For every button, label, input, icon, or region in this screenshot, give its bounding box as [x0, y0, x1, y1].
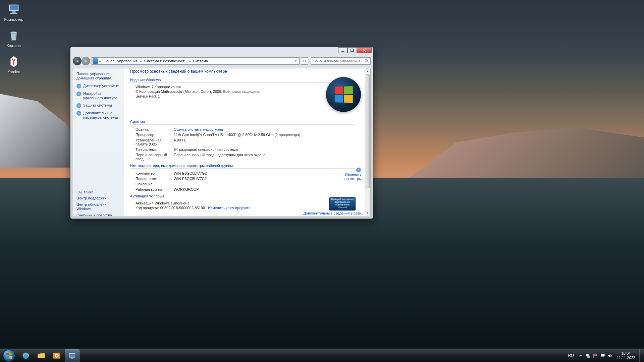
activation-status: Активация Windows выполнена	[130, 201, 355, 205]
change-product-key-link[interactable]: Изменить ключ продукта	[208, 206, 251, 210]
sidebar-link-advanced-settings[interactable]: Дополнительные параметры системы	[76, 111, 120, 120]
svg-rect-2	[12, 11, 16, 13]
svg-rect-13	[69, 353, 75, 357]
nav-back-button[interactable]: ◄	[73, 57, 82, 65]
refresh-button[interactable]: ↻	[301, 57, 308, 65]
svg-rect-16	[587, 356, 590, 358]
svg-point-7	[365, 59, 368, 62]
system-tray: RU 10:04 11.11.2022	[568, 349, 644, 362]
shield-icon	[76, 103, 81, 108]
change-settings-link[interactable]: Изменить параметры	[331, 172, 362, 181]
search-input[interactable]	[313, 59, 365, 63]
breadcrumb-item[interactable]: Система	[192, 59, 210, 63]
online-info-link[interactable]: Дополнительные сведения в сети...	[304, 211, 365, 215]
content-area: Просмотр основных сведений о вашем компь…	[124, 68, 370, 216]
svg-rect-3	[10, 13, 17, 14]
taskbar: RU 10:04 11.11.2022	[0, 349, 644, 362]
section-computer-name: Имя компьютера, имя домена и параметры р…	[130, 164, 355, 169]
section-edition: Издание Windows	[130, 78, 355, 83]
desktop-icon-computer[interactable]: Компьютер	[1, 1, 26, 26]
taskbar-item-media-player[interactable]	[49, 349, 64, 362]
genuine-microsoft-badge[interactable]: Выбирай настоящее программное обеспечени…	[329, 197, 356, 210]
svg-rect-6	[351, 49, 354, 52]
arrow-left-icon: ◄	[75, 59, 79, 63]
minimize-button[interactable]	[338, 47, 347, 53]
tray-up-icon[interactable]	[578, 353, 583, 358]
change-settings-link-box: Изменить параметры	[331, 168, 362, 181]
vertical-scrollbar[interactable]: ▲ ▼	[365, 68, 370, 216]
pen-touch-value: Перо и сенсорный ввод недоступны для это…	[174, 153, 355, 161]
breadcrumb-item[interactable]: Система и безопасность	[143, 59, 188, 63]
desktop-icon-yandex[interactable]: Yandex	[1, 54, 26, 78]
close-icon	[362, 49, 366, 52]
side-panel: Панель управления - домашняя страница Ди…	[73, 68, 124, 216]
see-also-perf-tools[interactable]: Счетчики и средства производительности	[76, 213, 120, 216]
system-rating-link[interactable]: Оценка системы недоступна	[174, 127, 355, 131]
full-name-value: WIN-E6GC5LIV7G2	[174, 177, 355, 181]
scroll-up-button[interactable]: ▲	[365, 68, 370, 74]
nav-forward-button[interactable]: ►	[82, 57, 90, 65]
tray-action-center-icon[interactable]	[600, 353, 605, 358]
titlebar[interactable]	[70, 47, 373, 56]
sidebar-link-system-protection[interactable]: Защита системы	[76, 103, 120, 108]
see-also-windows-update[interactable]: Центр обновления Windows	[76, 202, 120, 211]
language-indicator[interactable]: RU	[568, 353, 574, 358]
tray-flag-icon[interactable]	[593, 353, 598, 358]
taskbar-item-system[interactable]	[65, 349, 79, 362]
chevron-down-icon: ▼	[294, 60, 297, 63]
description-value	[174, 182, 355, 186]
start-orb-icon	[3, 350, 15, 362]
svg-rect-1	[10, 5, 18, 10]
scrollbar-thumb[interactable]	[366, 74, 370, 188]
show-desktop-button[interactable]	[639, 349, 643, 362]
close-button[interactable]	[357, 47, 372, 53]
breadcrumb-item[interactable]: Панель управления	[102, 59, 139, 63]
sidebar-link-remote-settings[interactable]: Настройка удаленного доступа	[76, 92, 120, 100]
tray-network-icon[interactable]	[585, 353, 591, 358]
shield-icon	[76, 84, 81, 88]
chevron-right-icon: ▸	[99, 59, 102, 63]
see-also-action-center[interactable]: Центр поддержки	[76, 196, 120, 200]
control-panel-icon	[93, 58, 98, 64]
control-panel-icon	[67, 351, 77, 360]
minimize-icon	[341, 49, 344, 52]
scroll-down-button[interactable]: ▼	[365, 210, 370, 216]
product-id-row: Код продукта: 00392-918-5000002-85190 Из…	[130, 206, 355, 210]
computer-name-value: WIN-E6GC5LIV7G2	[174, 171, 355, 175]
svg-rect-14	[71, 358, 73, 359]
see-also-header: См. также	[76, 190, 120, 194]
service-pack: Service Pack 1	[130, 94, 355, 98]
ram-value: 4,00 ГБ	[174, 138, 355, 146]
svg-point-9	[22, 352, 29, 359]
system-window: ◄ ► ▸ Панель управления ▸ Система и безо…	[70, 47, 373, 219]
media-player-icon	[52, 351, 61, 360]
recycle-bin-icon	[6, 28, 21, 43]
taskbar-clock[interactable]: 10:04 11.11.2022	[617, 351, 635, 360]
processor-value: 11th Gen Intel(R) Core(TM) i5-11400F @ 2…	[174, 133, 355, 137]
shield-icon	[76, 111, 81, 116]
folder-icon	[37, 351, 46, 360]
address-bar[interactable]: ▸ Панель управления ▸ Система и безопасн…	[92, 57, 300, 65]
svg-point-4	[11, 32, 17, 34]
section-system: Система	[130, 120, 355, 125]
chevron-right-icon: ▸	[139, 59, 143, 63]
section-activation: Активация Windows	[130, 194, 355, 199]
copyright: © Корпорация Майкрософт (Microsoft Corp.…	[130, 89, 355, 94]
sidebar-link-device-manager[interactable]: Диспетчер устройств	[76, 84, 120, 88]
chevron-right-icon: ▸	[188, 59, 192, 63]
shield-icon	[76, 92, 81, 96]
windows-edition: Windows 7 Корпоративная	[130, 85, 355, 89]
tray-volume-icon[interactable]	[607, 353, 613, 358]
workgroup-value: WORKGROUP	[174, 187, 355, 191]
arrow-right-icon: ►	[84, 59, 88, 63]
search-field[interactable]	[311, 57, 371, 65]
refresh-icon: ↻	[303, 59, 306, 63]
address-dropdown[interactable]: ▼	[293, 60, 299, 63]
control-panel-home-link[interactable]: Панель управления - домашняя страница	[76, 72, 120, 80]
yandex-icon	[6, 54, 21, 69]
taskbar-item-ie[interactable]	[18, 349, 33, 362]
taskbar-item-explorer[interactable]	[34, 349, 49, 362]
desktop-icon-recycle-bin[interactable]: Корзина	[1, 27, 26, 52]
start-button[interactable]	[0, 349, 18, 362]
maximize-button[interactable]	[347, 47, 357, 53]
